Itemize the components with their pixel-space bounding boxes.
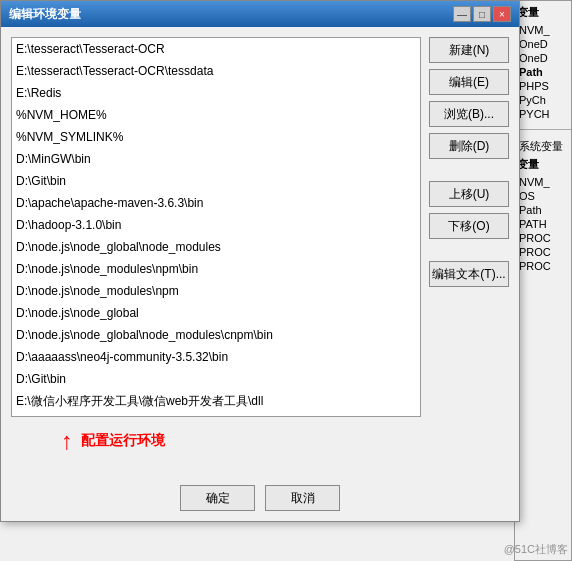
dialog-title: 编辑环境变量 [9,6,81,23]
arrow-annotation: ↑ 配置运行环境 [11,427,509,455]
list-item[interactable]: D:\node.js\node_modules\npm\bin [12,258,420,280]
edit-button[interactable]: 编辑(E) [429,69,509,95]
list-area: E:\tesseract\Tesseract-OCR E:\tesseract\… [11,37,509,417]
list-item[interactable]: D:\hadoop-3.1.0\bin [12,214,420,236]
right-panel-item: PROC [517,245,569,259]
list-item[interactable]: E:\微信小程序开发工具\微信web开发者工具\dll [12,390,420,412]
edit-text-button[interactable]: 编辑文本(T)... [429,261,509,287]
ok-button[interactable]: 确定 [180,485,255,511]
list-item[interactable]: D:\node.js\node_global\node_modules [12,236,420,258]
list-item[interactable]: E:\tesseract\Tesseract-OCR\tessdata [12,60,420,82]
title-bar: 编辑环境变量 — □ × [1,1,519,27]
cancel-button[interactable]: 取消 [265,485,340,511]
list-item[interactable]: D:\node.js\node_global\node_modules\cnpm… [12,324,420,346]
right-panel-item: OS [517,189,569,203]
right-panel-item: PyCh [517,93,569,107]
right-panel-item: NVM_ [517,23,569,37]
move-down-button[interactable]: 下移(O) [429,213,509,239]
right-panel-item: Path [517,65,569,79]
list-item[interactable]: %NVM_HOME% [12,104,420,126]
annotation-area: ↑ 配置运行环境 [11,427,509,477]
user-vars-title: 变量 [517,5,569,20]
bottom-buttons: 确定 取消 [11,481,509,511]
system-vars-section: 系统变量 变量 NVM_ OS Path PATH PROC PROC PROC [515,134,571,277]
right-panel-item: PHPS [517,79,569,93]
right-panel-item: OneD [517,37,569,51]
dialog-content: E:\tesseract\Tesseract-OCR E:\tesseract\… [1,27,519,521]
right-panel-item: PROC [517,231,569,245]
right-panel-item: NVM_ [517,175,569,189]
move-up-button[interactable]: 上移(U) [429,181,509,207]
list-item[interactable]: D:\Git\bin [12,368,420,390]
right-panel-item: OneD [517,51,569,65]
list-item[interactable]: D:\aaaaass\neo4j-community-3.5.32\bin [12,346,420,368]
user-vars-section: 变量 NVM_ OneD OneD Path PHPS PyCh PYCH [515,1,571,125]
right-panel-item: PATH [517,217,569,231]
system-vars-label: 系统变量 [517,138,569,155]
new-button[interactable]: 新建(N) [429,37,509,63]
system-vars-title: 变量 [517,157,569,172]
maximize-button[interactable]: □ [473,6,491,22]
watermark: @51C社博客 [504,542,568,557]
list-item[interactable]: D:\apache\apache-maven-3.6.3\bin [12,192,420,214]
path-listbox[interactable]: E:\tesseract\Tesseract-OCR E:\tesseract\… [11,37,421,417]
list-item[interactable]: E:\tesseract\Tesseract-OCR [12,38,420,60]
list-item[interactable]: D:\node.js\node_modules\npm [12,280,420,302]
action-buttons: 新建(N) 编辑(E) 浏览(B)... 删除(D) 上移(U) 下移(O) 编… [429,37,509,417]
delete-button[interactable]: 删除(D) [429,133,509,159]
browse-button[interactable]: 浏览(B)... [429,101,509,127]
arrow-icon: ↑ [61,427,73,455]
minimize-button[interactable]: — [453,6,471,22]
annotation-text: 配置运行环境 [81,432,165,450]
edit-env-dialog: 编辑环境变量 — □ × E:\tesseract\Tesseract-OCR … [0,0,520,522]
right-panel-item: Path [517,203,569,217]
list-item[interactable]: C:\Program Files\Graphviz\bin [12,412,420,417]
list-item[interactable]: E:\Redis [12,82,420,104]
panel-divider [515,129,571,130]
spacer [429,245,509,255]
list-item[interactable]: D:\MinGW\bin [12,148,420,170]
right-panel: 变量 NVM_ OneD OneD Path PHPS PyCh PYCH 系统… [514,0,572,561]
list-item[interactable]: D:\Git\bin [12,170,420,192]
right-panel-item: PYCH [517,107,569,121]
title-bar-controls: — □ × [453,6,511,22]
close-button[interactable]: × [493,6,511,22]
list-item[interactable]: %NVM_SYMLINK% [12,126,420,148]
right-panel-item: PROC [517,259,569,273]
spacer [429,165,509,175]
list-item[interactable]: D:\node.js\node_global [12,302,420,324]
